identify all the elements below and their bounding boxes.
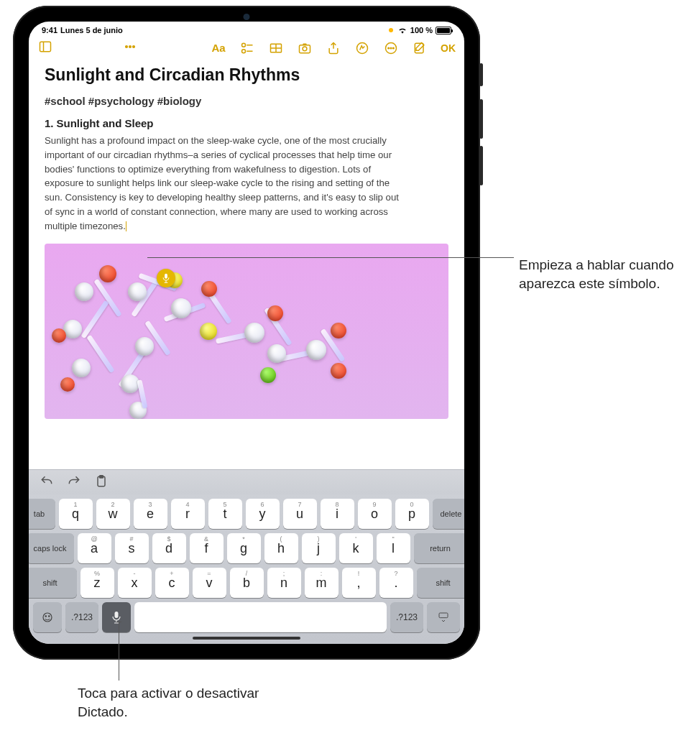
svg-rect-27 — [439, 613, 448, 618]
shift-key-right[interactable]: shift — [417, 568, 465, 598]
undo-icon[interactable] — [39, 474, 55, 492]
recording-indicator-icon — [389, 28, 393, 32]
screen: 9:41 Lunes 5 de junio 100 % — [29, 22, 464, 644]
numbers-key-left[interactable]: .?123 — [65, 602, 98, 632]
key-m[interactable]: :m — [305, 568, 339, 598]
text-format-icon[interactable]: Aa — [211, 40, 226, 56]
return-key[interactable]: return — [414, 533, 465, 563]
molecule-illustration — [59, 251, 361, 419]
svg-point-5 — [242, 43, 246, 47]
key-r[interactable]: 4r — [171, 499, 205, 529]
ipad-device-frame: 9:41 Lunes 5 de junio 100 % — [13, 6, 480, 660]
key-o[interactable]: 9o — [358, 499, 392, 529]
key-e[interactable]: 3e — [134, 499, 167, 529]
status-time: 9:41 — [42, 26, 57, 34]
key-k[interactable]: 'k — [339, 533, 373, 563]
key-a[interactable]: @a — [78, 533, 111, 563]
ipad-camera — [244, 14, 250, 20]
redo-icon[interactable] — [66, 474, 82, 492]
svg-point-25 — [49, 616, 50, 617]
key-n[interactable]: ;n — [267, 568, 301, 598]
power-button — [479, 63, 483, 86]
callout-dictation-key: Toca para activar o desactivar Dictado. — [78, 684, 264, 721]
svg-point-13 — [303, 46, 307, 50]
key-z[interactable]: %z — [80, 568, 114, 598]
table-icon[interactable] — [268, 40, 284, 56]
checklist-icon[interactable] — [239, 40, 255, 56]
key-l[interactable]: "l — [377, 533, 410, 563]
svg-point-3 — [129, 46, 131, 48]
svg-rect-22 — [100, 476, 103, 478]
space-key[interactable] — [134, 602, 387, 632]
share-icon[interactable] — [326, 40, 341, 56]
svg-rect-20 — [165, 274, 167, 279]
key-g[interactable]: *g — [227, 533, 261, 563]
svg-point-4 — [132, 46, 134, 48]
key-u[interactable]: 7u — [283, 499, 317, 529]
key-j[interactable]: )j — [302, 533, 336, 563]
hide-keyboard-key[interactable] — [427, 602, 460, 632]
new-note-icon[interactable] — [412, 40, 428, 56]
dictation-indicator-icon[interactable] — [157, 269, 175, 287]
home-indicator[interactable] — [193, 637, 300, 640]
note-tags: #school #psychology #biology — [45, 95, 448, 107]
note-paragraph: Sunlight has a profound impact on the sl… — [45, 134, 448, 234]
key-y[interactable]: 6y — [246, 499, 280, 529]
status-bar: 9:41 Lunes 5 de junio 100 % — [29, 22, 464, 36]
key-.[interactable]: ?. — [379, 568, 413, 598]
key-,[interactable]: !, — [342, 568, 376, 598]
text-cursor — [126, 221, 126, 231]
key-i[interactable]: 8i — [321, 499, 354, 529]
delete-key[interactable]: delete — [433, 499, 465, 529]
shift-key-left[interactable]: shift — [29, 568, 77, 598]
paste-icon[interactable] — [93, 474, 109, 492]
key-q[interactable]: 1q — [59, 499, 93, 529]
key-x[interactable]: -x — [118, 568, 152, 598]
svg-point-7 — [242, 49, 246, 52]
keyboard-accessory-bar — [29, 469, 464, 494]
tab-key[interactable]: tab — [29, 499, 55, 529]
volume-down-button — [479, 146, 483, 185]
battery-percent: 100 % — [410, 26, 433, 34]
key-w[interactable]: 2w — [96, 499, 130, 529]
key-f[interactable]: &f — [190, 533, 224, 563]
note-body-area[interactable]: Sunlight and Circadian Rhythms #school #… — [29, 60, 464, 234]
capslock-key[interactable]: caps lock — [29, 533, 74, 563]
note-section-heading: 1.Sunlight and Sleep — [45, 117, 448, 129]
svg-point-16 — [388, 47, 390, 49]
key-c[interactable]: +c — [155, 568, 189, 598]
dictation-key[interactable] — [102, 602, 131, 632]
status-date: Lunes 5 de junio — [60, 26, 123, 34]
wifi-icon — [397, 27, 407, 34]
svg-rect-26 — [115, 612, 119, 618]
battery-icon — [436, 27, 451, 34]
svg-point-2 — [125, 46, 127, 48]
callout-leader-line — [147, 257, 514, 258]
svg-point-24 — [45, 616, 47, 617]
more-dots-icon[interactable] — [122, 39, 138, 55]
key-p[interactable]: 0p — [395, 499, 429, 529]
key-s[interactable]: #s — [115, 533, 149, 563]
numbers-key-right[interactable]: .?123 — [390, 602, 423, 632]
sidebar-toggle-icon[interactable] — [37, 39, 53, 55]
done-button[interactable]: OK — [441, 42, 456, 54]
key-t[interactable]: 5t — [208, 499, 242, 529]
note-title: Sunlight and Circadian Rhythms — [45, 65, 448, 85]
notes-toolbar: Aa — [29, 36, 464, 60]
key-v[interactable]: =v — [193, 568, 226, 598]
more-circle-icon[interactable] — [383, 40, 399, 56]
svg-point-18 — [393, 47, 395, 49]
callout-dictation-symbol: Empieza a hablar cuando aparezca este sí… — [519, 256, 684, 292]
volume-up-button — [479, 99, 483, 139]
note-attached-image[interactable] — [45, 244, 448, 419]
key-h[interactable]: (h — [264, 533, 298, 563]
svg-rect-0 — [40, 42, 51, 51]
key-d[interactable]: $d — [152, 533, 186, 563]
key-b[interactable]: /b — [230, 568, 264, 598]
camera-icon[interactable] — [297, 40, 313, 56]
emoji-key[interactable] — [33, 602, 62, 632]
callout-leader-line — [119, 622, 119, 681]
markup-icon[interactable] — [354, 40, 370, 56]
onscreen-keyboard: tab 1q2w3e4r5t6y7u8i9o0pdelete caps lock… — [29, 494, 464, 644]
svg-point-17 — [390, 47, 392, 49]
